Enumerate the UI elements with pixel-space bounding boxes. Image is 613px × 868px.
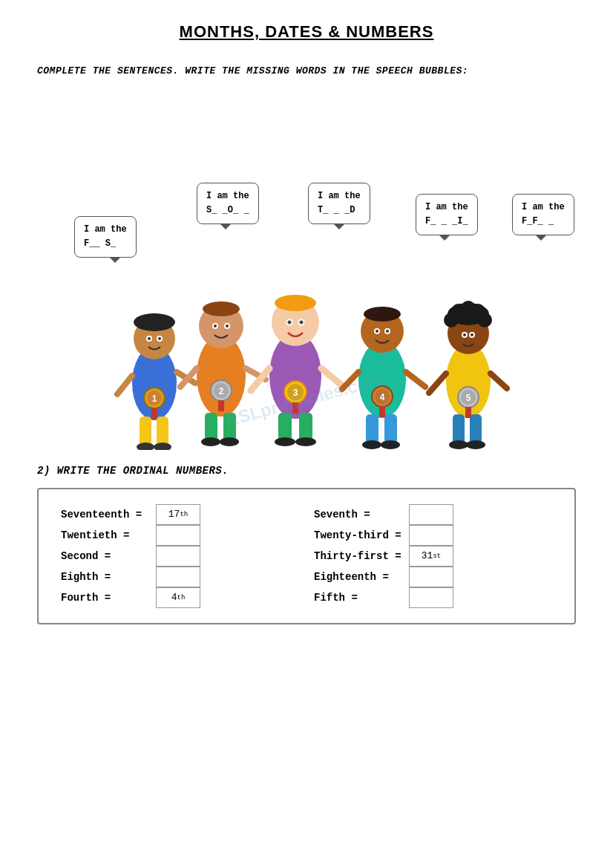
svg-point-82 [449, 440, 468, 449]
svg-rect-7 [140, 417, 151, 446]
svg-rect-58 [366, 414, 378, 444]
section2-title: 2) WRITE THE ORDINAL NUMBERS. [37, 465, 576, 477]
answer-thirtyfirst[interactable]: 31st [409, 546, 453, 567]
svg-point-83 [466, 440, 485, 449]
svg-point-43 [275, 437, 295, 446]
exercise-row-fourth: Fourth = 4th [61, 587, 299, 608]
exercise-row-seventeenth: Seventeenth = 17th [61, 504, 299, 525]
kids-illustration: 1 2 [91, 220, 522, 450]
speech-bubble-2: I am the S_ _O_ _ [197, 183, 259, 224]
svg-rect-87 [465, 407, 471, 418]
svg-text:2: 2 [219, 386, 224, 397]
answer-eighth[interactable] [156, 567, 200, 587]
answer-seventeenth[interactable]: 17th [156, 504, 200, 525]
svg-point-53 [364, 307, 401, 322]
svg-point-36 [275, 295, 316, 311]
svg-line-89 [491, 373, 507, 388]
answer-twentieth[interactable] [156, 525, 200, 546]
svg-line-88 [429, 373, 446, 393]
svg-point-56 [376, 330, 378, 333]
label-seventh: Seventh = [314, 509, 403, 521]
answer-fourth[interactable]: 4th [156, 587, 200, 608]
svg-point-40 [300, 320, 304, 324]
answer-seventh[interactable] [409, 504, 453, 525]
svg-point-60 [362, 440, 381, 449]
left-column: Seventeenth = 17th Twentieth = Second = … [61, 504, 299, 608]
instruction-text: COMPLETE THE SENTENCES. WRITE THE MISSIN… [37, 64, 576, 79]
svg-rect-65 [379, 406, 385, 417]
exercise-row-eighteenth: Eighteenth = [314, 567, 552, 587]
svg-point-19 [203, 301, 240, 316]
exercise-row-seventh: Seventh = [314, 504, 552, 525]
exercise-box: Seventeenth = 17th Twentieth = Second = … [37, 488, 576, 624]
svg-rect-81 [470, 414, 482, 444]
answer-eighteenth[interactable] [409, 567, 453, 587]
label-twentythird: Twenty-third = [314, 529, 403, 541]
svg-rect-42 [299, 413, 312, 441]
svg-rect-80 [453, 414, 465, 444]
svg-rect-8 [157, 417, 168, 446]
svg-point-10 [154, 443, 171, 450]
svg-line-67 [406, 372, 425, 387]
label-seventeenth: Seventeenth = [61, 509, 150, 521]
label-eighteenth: Eighteenth = [314, 571, 403, 583]
svg-point-6 [158, 337, 161, 340]
scene-area: I am the F__ S_ I am the S_ _O_ _ I am t… [37, 94, 576, 450]
exercise-row-twentythird: Twenty-third = [314, 525, 552, 546]
svg-point-78 [463, 333, 466, 336]
label-second: Second = [61, 550, 150, 562]
label-twentieth: Twentieth = [61, 529, 150, 541]
answer-twentythird[interactable] [409, 525, 453, 546]
svg-point-61 [381, 440, 400, 449]
exercise-row-fifth: Fifth = [314, 587, 552, 608]
label-fifth: Fifth = [314, 592, 403, 604]
svg-rect-24 [205, 413, 217, 441]
svg-rect-59 [384, 414, 397, 444]
svg-point-44 [295, 437, 316, 446]
label-fourth: Fourth = [61, 592, 150, 604]
answer-fifth[interactable] [409, 587, 453, 608]
svg-line-15 [117, 376, 132, 394]
svg-point-26 [201, 437, 220, 446]
svg-point-22 [214, 324, 217, 327]
label-eighth: Eighth = [61, 571, 150, 583]
speech-bubble-3: I am the T_ _ _D [308, 183, 370, 224]
svg-rect-14 [151, 408, 157, 419]
svg-text:1: 1 [152, 394, 157, 404]
svg-point-27 [220, 437, 239, 446]
exercise-row-twentieth: Twentieth = [61, 525, 299, 546]
svg-point-9 [137, 443, 154, 450]
svg-text:5: 5 [466, 393, 471, 403]
page-title: MONTHS, DATES & NUMBERS [37, 22, 576, 42]
svg-text:4: 4 [380, 392, 385, 402]
svg-point-75 [477, 313, 492, 327]
answer-second[interactable] [156, 546, 200, 567]
svg-point-2 [134, 313, 175, 331]
exercise-row-second: Second = [61, 546, 299, 567]
svg-point-23 [226, 324, 229, 327]
right-column: Seventh = Twenty-third = Thirty-first = … [314, 504, 552, 608]
svg-point-79 [471, 333, 473, 336]
label-thirtyfirst: Thirty-first = [314, 550, 403, 562]
exercise-row-eighth: Eighth = [61, 567, 299, 587]
svg-point-5 [148, 337, 151, 340]
svg-point-39 [288, 320, 292, 324]
svg-rect-41 [278, 413, 292, 441]
svg-point-57 [386, 330, 389, 333]
exercise-row-thirtyfirst: Thirty-first = 31st [314, 546, 552, 567]
svg-rect-31 [218, 400, 224, 411]
